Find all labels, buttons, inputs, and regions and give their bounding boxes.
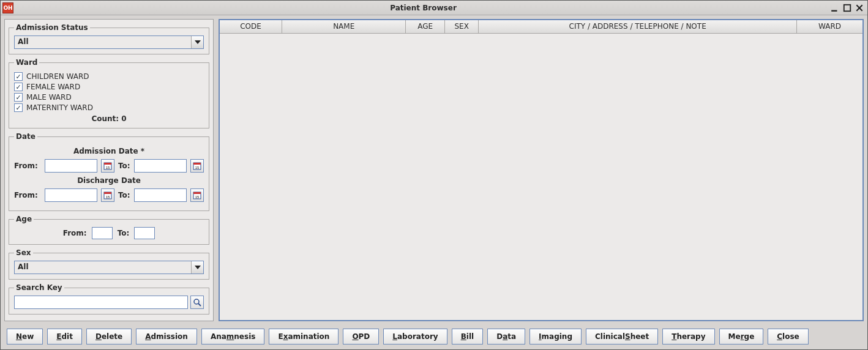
age-from-label: From: (63, 229, 87, 237)
discharge-to-input[interactable] (134, 188, 187, 202)
imaging-button[interactable]: Imaging (529, 329, 582, 344)
search-icon[interactable] (190, 296, 204, 309)
age-group: Age From: To: (9, 215, 209, 245)
admission-from-label: From: (14, 162, 41, 170)
date-legend: Date (14, 132, 37, 141)
calendar-icon[interactable]: 15 (101, 159, 114, 173)
calendar-icon[interactable]: 15 (190, 159, 204, 173)
close-icon[interactable] (855, 4, 864, 12)
bill-button[interactable]: Bill (452, 329, 484, 344)
sex-legend: Sex (14, 248, 33, 257)
admission-to-input[interactable] (134, 159, 187, 173)
window-title: Patient Browser (16, 4, 831, 12)
discharge-date-label: Discharge Date (14, 176, 204, 185)
anamnesis-button[interactable]: Anamnesis (201, 329, 265, 344)
merge-button[interactable]: Merge (719, 329, 764, 344)
age-from-input[interactable] (92, 227, 113, 239)
table-column-header[interactable]: CODE (220, 20, 282, 34)
ward-group: Ward ✓CHILDREN WARD✓FEMALE WARD✓MALE WAR… (9, 58, 209, 128)
svg-text:15: 15 (106, 166, 110, 169)
table-column-header[interactable]: WARD (797, 20, 862, 34)
ward-legend: Ward (14, 58, 39, 67)
delete-button[interactable]: Delete (86, 329, 132, 344)
svg-text:15: 15 (106, 195, 110, 199)
new-button[interactable]: New (7, 329, 43, 344)
svg-text:15: 15 (195, 166, 199, 169)
ward-count-label: Count: 0 (14, 114, 204, 123)
ward-checkbox[interactable]: ✓ (14, 72, 23, 81)
discharge-from-input[interactable] (45, 188, 97, 202)
admission-to-label: To: (118, 162, 130, 170)
admission-status-group: Admission Status All (9, 23, 209, 54)
therapy-button[interactable]: Therapy (662, 329, 714, 344)
svg-rect-1 (844, 4, 851, 11)
admission-button[interactable]: Admission (136, 329, 197, 344)
svg-point-14 (194, 299, 199, 304)
sex-value: All (15, 261, 191, 274)
discharge-to-label: To: (118, 191, 130, 199)
admission-status-combo[interactable]: All (14, 35, 204, 49)
svg-line-15 (198, 303, 201, 306)
ward-checkbox[interactable]: ✓ (14, 83, 23, 91)
chevron-down-icon[interactable] (191, 36, 203, 48)
admission-from-input[interactable] (45, 159, 97, 173)
window-root: OH Patient Browser Admission Status All (0, 0, 868, 350)
ward-checkbox-row: ✓CHILDREN WARD (14, 72, 204, 81)
svg-rect-12 (193, 192, 201, 194)
sex-combo[interactable]: All (14, 261, 204, 274)
main-area: CODENAMEAGESEXCITY / ADDRESS / TELEPHONE… (219, 19, 864, 321)
calendar-icon[interactable]: 15 (101, 188, 114, 202)
maximize-icon[interactable] (843, 4, 851, 12)
edit-button[interactable]: Edit (47, 329, 82, 344)
opd-button[interactable]: OPD (343, 329, 379, 344)
age-to-label: To: (118, 229, 130, 237)
button-bar: New Edit Delete Admission Anamnesis Exam… (1, 325, 867, 349)
svg-rect-0 (831, 10, 837, 11)
age-to-input[interactable] (134, 227, 155, 239)
svg-text:15: 15 (195, 195, 199, 199)
discharge-date-row: From: 15 To: 15 (14, 188, 204, 202)
table-column-header[interactable]: AGE (406, 20, 445, 34)
results-table: CODENAMEAGESEXCITY / ADDRESS / TELEPHONE… (219, 19, 864, 321)
filter-panel: Admission Status All Ward ✓CHILDREN WARD… (4, 19, 214, 321)
svg-rect-6 (193, 163, 201, 165)
table-column-header[interactable]: CITY / ADDRESS / TELEPHONE / NOTE (479, 20, 797, 34)
admission-status-value: All (15, 36, 191, 48)
ward-checkbox-row: ✓FEMALE WARD (14, 83, 204, 91)
admission-date-row: From: 15 To: 15 (14, 159, 204, 173)
title-bar: OH Patient Browser (1, 1, 867, 15)
search-key-group: Search Key (9, 283, 209, 315)
admission-status-legend: Admission Status (14, 23, 90, 32)
ward-checkbox-row: ✓MALE WARD (14, 93, 204, 102)
data-button[interactable]: Data (487, 329, 525, 344)
table-column-header[interactable]: NAME (282, 20, 406, 34)
window-controls (831, 4, 867, 12)
discharge-from-label: From: (14, 191, 41, 199)
close-button[interactable]: Close (768, 329, 808, 344)
search-key-legend: Search Key (14, 283, 64, 292)
admission-date-label: Admission Date * (14, 147, 204, 155)
app-icon: OH (2, 2, 13, 13)
svg-rect-3 (104, 163, 111, 165)
ward-checkbox[interactable]: ✓ (14, 103, 23, 112)
chevron-down-icon[interactable] (191, 261, 203, 274)
window-body: Admission Status All Ward ✓CHILDREN WARD… (1, 15, 867, 325)
search-key-input[interactable] (14, 296, 188, 309)
ward-checkbox-label: FEMALE WARD (26, 83, 80, 91)
table-header: CODENAMEAGESEXCITY / ADDRESS / TELEPHONE… (220, 20, 862, 34)
ward-checkbox[interactable]: ✓ (14, 93, 23, 102)
calendar-icon[interactable]: 15 (190, 188, 204, 202)
svg-rect-9 (104, 192, 111, 194)
examination-button[interactable]: Examination (269, 329, 339, 344)
sex-group: Sex All (9, 248, 209, 280)
minimize-icon[interactable] (831, 4, 839, 12)
ward-checkbox-row: ✓MATERNITY WARD (14, 103, 204, 112)
ward-checkbox-label: CHILDREN WARD (26, 72, 89, 81)
date-group: Date Admission Date * From: 15 To: 15 Di… (9, 132, 209, 211)
table-body (220, 34, 862, 320)
age-legend: Age (14, 215, 34, 223)
laboratory-button[interactable]: Laboratory (383, 329, 447, 344)
clinical-sheet-button[interactable]: Clinical Sheet (586, 329, 658, 344)
ward-checkbox-label: MALE WARD (26, 93, 72, 102)
table-column-header[interactable]: SEX (445, 20, 479, 34)
